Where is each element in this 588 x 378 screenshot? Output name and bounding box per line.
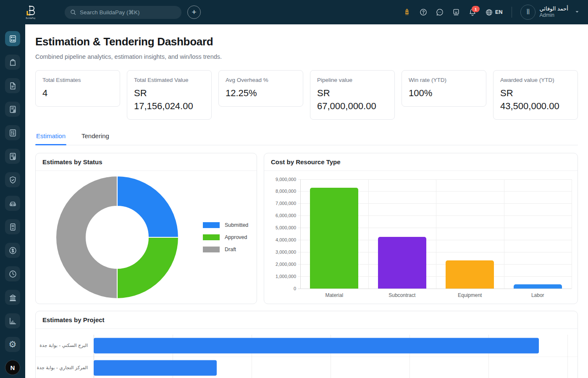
sidebar-item-bank[interactable]	[5, 290, 20, 305]
legend-item-draft: Draft	[203, 247, 248, 252]
sidebar-item-chart[interactable]	[5, 313, 20, 328]
notifications-icon[interactable]: 1	[468, 8, 477, 16]
brand-name: BuildaPay	[26, 17, 36, 19]
language-switcher[interactable]: EN	[485, 8, 502, 16]
bar-equipment[interactable]	[446, 260, 494, 289]
bar-material[interactable]	[310, 188, 358, 289]
sidebar-item-contract[interactable]	[5, 102, 20, 117]
shield-check-icon	[8, 176, 17, 184]
project-bar-chart[interactable]: البرج السكني - بوابة جدة المركز التجاري …	[36, 329, 578, 378]
bar-labor[interactable]	[514, 284, 562, 288]
y-axis-tick: 2,000,000	[276, 262, 296, 267]
sidebar-item-calculator[interactable]	[5, 31, 20, 46]
kpi-value: 100%	[409, 87, 479, 100]
avatar: أأ	[520, 5, 536, 20]
clock-icon	[8, 270, 17, 278]
project-bar[interactable]	[94, 338, 539, 353]
legend-swatch	[203, 247, 220, 252]
y-axis-tick: 9,000,000	[276, 177, 296, 182]
dollar-icon	[8, 246, 17, 255]
project-row: المركز التجاري - بوابة جدة	[36, 357, 578, 378]
sidebar-item-settings[interactable]: ⚙	[5, 337, 20, 352]
changelog-icon[interactable]	[452, 8, 460, 16]
project-row: البرج السكني - بوابة جدة	[36, 335, 578, 357]
gridline-vertical	[504, 179, 504, 289]
project-label: المركز التجاري - بوابة جدة	[36, 365, 94, 370]
rocket-icon[interactable]	[403, 8, 411, 16]
kpi-row: Total Estimates 4 Total Estimated Value …	[35, 70, 578, 120]
sidebar-item-invoice[interactable]	[5, 219, 20, 234]
y-axis-tick: 3,000,000	[276, 249, 296, 255]
clipboard-check-icon	[8, 152, 17, 161]
project-bar[interactable]	[94, 360, 217, 375]
sidebar-item-document[interactable]	[5, 78, 20, 93]
y-axis-tick: 5,000,000	[276, 225, 296, 230]
y-axis-tick: 1,000,000	[276, 274, 296, 279]
bar-subcontract[interactable]	[378, 237, 426, 289]
cost-by-resource-card: Cost by Resource Type 01,000,0002,000,00…	[264, 153, 578, 304]
user-name: أحمد الوفائي	[539, 5, 568, 12]
card-title: Estimates by Project	[36, 311, 578, 329]
card-title: Cost by Resource Type	[264, 153, 578, 171]
kpi-value: SR 17,156,024.00	[134, 87, 205, 113]
chevron-down-icon	[575, 8, 580, 16]
gridline	[298, 289, 572, 289]
gridline-vertical	[368, 179, 369, 289]
notification-badge: 1	[472, 6, 480, 12]
card-title: Estimates by Status	[36, 153, 257, 171]
kpi-label: Total Estimates	[42, 77, 113, 83]
kpi-value: SR 67,000,000.00	[317, 87, 388, 113]
donut-segment-submitted[interactable]	[117, 176, 178, 237]
status-donut-chart[interactable]	[55, 175, 179, 299]
document-icon	[8, 81, 17, 90]
donut-segment-draft[interactable]	[56, 176, 117, 299]
legend-item-approved: Approved	[203, 234, 248, 240]
kpi-value: 4	[42, 87, 113, 100]
x-axis-label: Equipment	[436, 292, 504, 298]
calculator-icon	[8, 34, 17, 43]
y-axis-tick: 0	[294, 286, 296, 291]
tab-tendering[interactable]: Tendering	[81, 130, 110, 145]
sidebar: ⚙N	[0, 24, 25, 378]
chart-icon	[8, 317, 17, 326]
legend-item-submitted: Submitted	[203, 222, 248, 228]
kpi-label: Pipeline value	[317, 77, 388, 83]
brand-logo[interactable]: BuildaPay	[24, 5, 38, 19]
sidebar-item-shield-check[interactable]	[5, 172, 20, 187]
search-input[interactable]	[65, 6, 181, 19]
sidebar-item-sliders[interactable]	[5, 125, 20, 140]
invoice-icon	[8, 223, 17, 231]
sidebar-item-car[interactable]	[5, 196, 20, 211]
kpi-value: SR 43,500,000.00	[500, 87, 571, 113]
kpi-card-pipeline-value: Pipeline value SR 67,000,000.00	[310, 70, 395, 120]
help-icon[interactable]	[419, 8, 428, 16]
gridline-vertical	[300, 179, 301, 289]
gear-icon: ⚙	[9, 340, 17, 349]
y-axis-tick: 4,000,000	[276, 237, 296, 242]
legend-label: Approved	[225, 234, 247, 240]
quick-add-button[interactable]: +	[187, 5, 201, 19]
shopping-bag-icon	[8, 58, 17, 67]
donut-segment-approved[interactable]	[117, 237, 178, 299]
x-axis-label: Labor	[504, 292, 572, 298]
page-subtitle: Combined pipeline analytics, estimation …	[35, 53, 578, 60]
sidebar-item-dollar[interactable]	[5, 243, 20, 258]
contract-icon	[8, 105, 17, 114]
kpi-card-avg-overhead: Avg Overhead % 12.25%	[218, 70, 303, 107]
user-role: Admin	[539, 12, 568, 19]
legend-label: Submitted	[225, 222, 248, 228]
project-bar-track	[94, 357, 567, 378]
estimates-by-project-card: Estimates by Project البرج السكني - بواب…	[35, 311, 578, 378]
resource-bar-chart[interactable]: 01,000,0002,000,0003,000,0004,000,0005,0…	[300, 179, 572, 289]
sidebar-item-shopping-bag[interactable]	[5, 55, 20, 70]
n-badge[interactable]: N	[5, 360, 20, 375]
bank-icon	[8, 293, 17, 302]
legend-swatch	[203, 234, 220, 240]
tab-estimation[interactable]: Estimation	[35, 130, 66, 145]
page-title: Estimation & Tendering Dashboard	[35, 35, 578, 48]
user-menu[interactable]: أأ أحمد الوفائي Admin	[520, 5, 580, 20]
kpi-label: Awarded value (YTD)	[500, 77, 571, 83]
feedback-icon[interactable]	[436, 8, 444, 16]
sidebar-item-clock[interactable]	[5, 266, 20, 281]
sidebar-item-clipboard-check[interactable]	[5, 149, 20, 164]
